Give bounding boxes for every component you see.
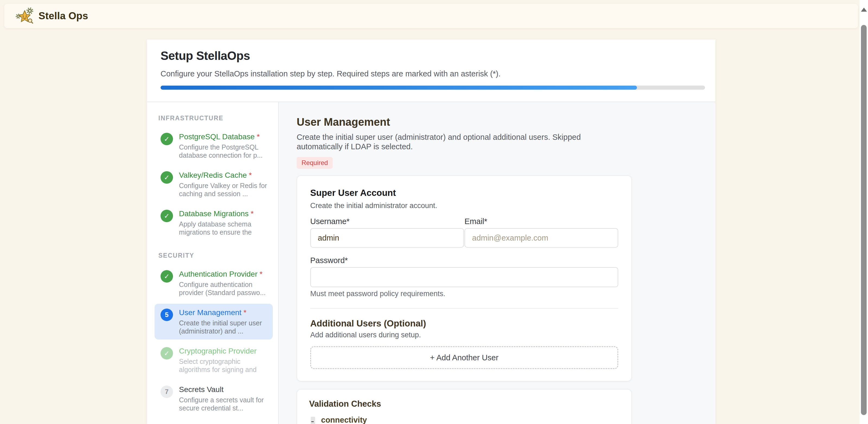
page-title: Setup StellaOps	[160, 49, 702, 63]
section-label-infrastructure: INFRASTRUCTURE	[158, 115, 273, 122]
step-description: Configure a secrets vault for secure cre…	[179, 396, 267, 412]
required-asterisk: *	[247, 171, 252, 180]
step-title: PostgreSQL Database *	[179, 132, 267, 141]
step-title: Secrets Vault	[179, 385, 267, 394]
sidebar-item-database-migrations[interactable]: ✓ Database Migrations * Apply database s…	[155, 205, 273, 240]
setup-progress-bar	[160, 86, 705, 90]
step-title: User Management *	[179, 308, 267, 317]
check-name: connectivity	[321, 416, 367, 424]
progress-fill	[160, 86, 637, 90]
validation-check-row: connectivity Check passed	[309, 416, 619, 424]
additional-users-subtitle: Add additional users during setup.	[310, 331, 618, 339]
email-label: Email*	[465, 217, 618, 226]
steps-sidebar: INFRASTRUCTURE ✓ PostgreSQL Database * C…	[147, 102, 279, 424]
step-title: Authentication Provider *	[179, 269, 267, 279]
sidebar-item-authentication-provider[interactable]: ✓ Authentication Provider * Configure au…	[155, 265, 273, 301]
panel-title: Super User Account	[310, 188, 618, 198]
page-subtitle: Configure your StellaOps installation st…	[160, 69, 702, 78]
check-status-icon	[311, 417, 315, 424]
add-another-user-button[interactable]: + Add Another User	[310, 346, 618, 369]
password-hint: Must meet password policy requirements.	[310, 289, 618, 298]
step-number-icon: 5	[160, 308, 173, 321]
wizard-header: Setup StellaOps Configure your StellaOps…	[147, 39, 715, 102]
sidebar-item-user-management[interactable]: 5 User Management * Create the initial s…	[155, 304, 273, 339]
step-heading: User Management	[297, 116, 715, 128]
section-label-security: SECURITY	[158, 252, 273, 259]
check-circle-icon: ✓	[160, 270, 173, 283]
sidebar-item-valkey-redis-cache[interactable]: ✓ Valkey/Redis Cache * Configure Valkey …	[155, 166, 273, 202]
additional-users-title: Additional Users (Optional)	[310, 318, 618, 329]
sidebar-item-cryptographic-provider[interactable]: ✓ Cryptographic Provider Select cryptogr…	[155, 342, 273, 378]
scrollbar-track[interactable]	[860, 0, 868, 424]
step-title: Valkey/Redis Cache *	[179, 171, 267, 180]
username-label: Username*	[310, 217, 464, 226]
step-description: Select cryptographic algorithms for sign…	[179, 357, 267, 373]
required-asterisk: *	[258, 270, 263, 278]
step-description: Apply database schema migrations to ensu…	[179, 220, 267, 236]
step-description-text: Create the initial super user (administr…	[297, 132, 606, 152]
step-description: Create the initial super user (administr…	[179, 319, 267, 335]
username-input[interactable]	[310, 228, 464, 248]
step-content: User Management Create the initial super…	[279, 102, 715, 424]
password-input[interactable]	[310, 267, 618, 287]
panel-subtitle: Create the initial administrator account…	[310, 201, 618, 210]
validation-title: Validation Checks	[309, 399, 619, 409]
setup-wizard-card: Setup StellaOps Configure your StellaOps…	[147, 39, 715, 424]
scrollbar-thumb[interactable]	[861, 25, 867, 415]
check-circle-icon: ✓	[160, 133, 173, 145]
validation-checks-panel: Validation Checks connectivity Check pas…	[297, 389, 632, 424]
required-asterisk: *	[241, 308, 247, 317]
check-circle-icon: ✓	[160, 171, 173, 184]
brand-name: Stella Ops	[38, 10, 88, 22]
step-number-icon: 7	[160, 386, 173, 398]
super-user-account-panel: Super User Account Create the initial ad…	[297, 175, 632, 382]
step-description: Configure the PostgreSQL database connec…	[179, 143, 267, 159]
check-circle-icon: ✓	[160, 347, 173, 360]
step-description: Configure authentication provider (Stand…	[179, 281, 267, 297]
required-badge: Required	[297, 157, 333, 169]
email-input[interactable]	[465, 228, 618, 248]
required-asterisk: *	[255, 132, 260, 141]
check-circle-icon: ✓	[160, 210, 173, 222]
stella-ops-logo	[16, 7, 34, 25]
step-title: Database Migrations *	[179, 209, 267, 218]
required-asterisk: *	[249, 209, 254, 218]
sidebar-item-postgresql-database[interactable]: ✓ PostgreSQL Database * Configure the Po…	[155, 128, 273, 164]
step-description: Configure Valkey or Redis for caching an…	[179, 182, 267, 198]
step-title: Cryptographic Provider	[179, 347, 267, 356]
sidebar-item-secrets-vault[interactable]: 7 Secrets Vault Configure a secrets vaul…	[155, 381, 273, 416]
app-header: Stella Ops	[4, 4, 858, 28]
section-divider	[310, 308, 618, 308]
scrollbar-up-arrow-icon[interactable]	[861, 8, 867, 12]
password-label: Password*	[310, 256, 618, 265]
